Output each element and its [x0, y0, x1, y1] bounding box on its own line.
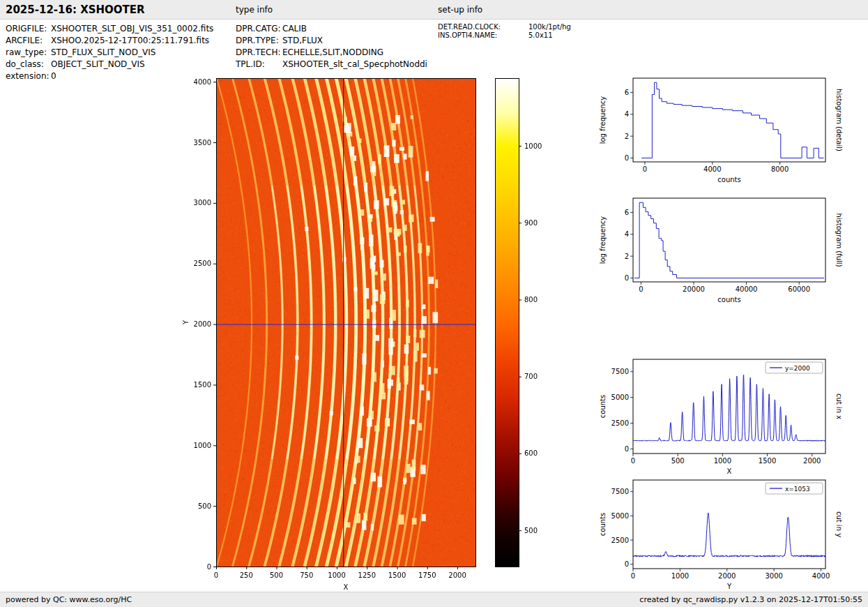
svg-text:5000: 5000 [611, 394, 629, 401]
meta-value: CALIB [282, 23, 307, 35]
cut-in-x-plot: 02500500075000500100015002000Xcountscut … [590, 351, 868, 488]
meta-row-dprcatg: DPR.CATG: CALIB [236, 23, 427, 35]
svg-text:2000: 2000 [718, 572, 736, 580]
legend-label: y=2000 [785, 365, 810, 372]
svg-text:0: 0 [625, 445, 629, 453]
svg-text:1000: 1000 [671, 572, 689, 580]
plot-side-label: cut in x [835, 394, 843, 419]
meta-row-rawtype: raw_type: STD_FLUX_SLIT_NOD_VIS [6, 47, 213, 59]
x-axis-label: counts [717, 176, 740, 183]
y-axis-label: log frequency [599, 216, 607, 264]
meta-value: STD,FLUX [282, 35, 323, 47]
svg-text:4: 4 [625, 230, 629, 238]
meta-row-dprtech: DPR.TECH: ECHELLE,SLIT,NODDING [236, 47, 427, 59]
svg-text:6: 6 [625, 209, 629, 216]
meta-label: INS.OPTI4.NAME: [438, 31, 528, 40]
plot-side-label: histogram (detail) [835, 89, 843, 151]
svg-text:20000: 20000 [683, 285, 705, 293]
type-info-block: DPR.CATG: CALIB DPR.TYPE: STD,FLUX DPR.T… [236, 23, 427, 70]
plot-side-label: histogram (full) [835, 213, 843, 267]
meta-row-origfile: ORIGFILE: XSHOOTER_SLT_OBJ_VIS_351_0002.… [6, 23, 213, 35]
svg-text:0: 0 [625, 154, 629, 162]
hist_full-svg: 02460200004000060000countslog frequencyh… [590, 190, 868, 314]
svg-text:5000: 5000 [611, 512, 629, 520]
svg-text:0: 0 [631, 572, 635, 580]
svg-text:2500: 2500 [611, 419, 629, 427]
footer-powered-by: powered by QC: www.eso.org/HC [6, 595, 132, 604]
meta-row-dprtype: DPR.TYPE: STD,FLUX [236, 35, 427, 47]
svg-text:0: 0 [625, 560, 629, 568]
qc-report-page: 2025-12-16: XSHOOTER type info set-up in… [0, 0, 868, 607]
svg-text:500: 500 [671, 457, 685, 465]
svg-text:1000: 1000 [714, 457, 731, 465]
y-axis-label: log frequency [599, 96, 607, 144]
meta-label: do_class: [6, 59, 51, 70]
type-info-heading: type info [236, 5, 273, 15]
svg-text:0: 0 [625, 274, 629, 282]
page-title: 2025-12-16: XSHOOTER [6, 3, 145, 16]
svg-text:1500: 1500 [759, 457, 776, 465]
svg-text:3000: 3000 [765, 572, 782, 580]
meta-label: ORIGFILE: [6, 23, 51, 35]
meta-label: DPR.TECH: [236, 47, 282, 59]
setup-info-heading: set-up info [438, 5, 482, 15]
meta-label: raw_type: [6, 47, 51, 59]
histogram-detail-plot: 0246040008000countslog frequencyhistogra… [590, 70, 868, 197]
meta-value: XSHOO.2025-12-17T00:25:11.791.fits [51, 35, 209, 47]
footer-created-by: created by qc_rawdisp.py v1.2.3 on 2025-… [639, 595, 862, 604]
meta-row-readclock: DET.READ.CLOCK: 100k/1pt/hg [438, 23, 571, 31]
x-axis-label: counts [717, 296, 740, 304]
svg-text:7500: 7500 [611, 368, 629, 375]
setup-info-block: DET.READ.CLOCK: 100k/1pt/hg INS.OPTI4.NA… [438, 23, 571, 40]
svg-text:0: 0 [631, 457, 635, 465]
svg-text:2: 2 [625, 133, 629, 140]
y-axis-label: counts [599, 513, 607, 536]
meta-value: 5.0x11 [528, 31, 553, 40]
header-bar: 2025-12-16: XSHOOTER type info set-up in… [0, 0, 868, 20]
cut_x-svg: 02500500075000500100015002000Xcountscut … [590, 351, 868, 485]
svg-text:7500: 7500 [611, 488, 629, 495]
meta-label: DPR.TYPE: [236, 35, 282, 47]
svg-text:4000: 4000 [812, 572, 830, 580]
svg-text:2: 2 [625, 253, 629, 260]
svg-text:0: 0 [643, 165, 647, 173]
cut_y-svg: 025005000750001000200030004000Ycountscut… [590, 472, 868, 601]
svg-text:60000: 60000 [788, 285, 810, 293]
meta-value: XSHOOTER_SLT_OBJ_VIS_351_0002.fits [51, 23, 213, 35]
hist_detail-svg: 0246040008000countslog frequencyhistogra… [590, 70, 868, 194]
svg-text:4000: 4000 [703, 165, 721, 173]
svg-text:2000: 2000 [803, 457, 821, 465]
svg-text:40000: 40000 [736, 285, 758, 293]
svg-text:4: 4 [625, 110, 629, 118]
svg-text:6: 6 [625, 89, 629, 96]
x-axis-label: Y [726, 583, 732, 590]
meta-row-arcfile: ARCFILE: XSHOO.2025-12-17T00:25:11.791.f… [6, 35, 213, 47]
meta-row-opti4: INS.OPTI4.NAME: 5.0x11 [438, 31, 571, 40]
svg-text:2500: 2500 [611, 537, 629, 544]
meta-value: STD_FLUX_SLIT_NOD_VIS [51, 47, 155, 59]
y-axis-label: counts [599, 395, 607, 418]
svg-text:8000: 8000 [771, 165, 789, 173]
meta-value: OBJECT_SLIT_NOD_VIS [51, 59, 145, 70]
raw-frame-image-plot [167, 67, 565, 597]
cut-in-y-plot: 025005000750001000200030004000Ycountscut… [590, 472, 868, 604]
meta-label: DET.READ.CLOCK: [438, 23, 528, 31]
meta-label: DPR.CATG: [236, 23, 282, 35]
plot-side-label: cut in y [835, 511, 843, 537]
histogram-full-plot: 02460200004000060000countslog frequencyh… [590, 190, 868, 317]
meta-label: extension: [6, 70, 51, 82]
footer-bar: powered by QC: www.eso.org/HC created by… [0, 592, 868, 607]
meta-value: 100k/1pt/hg [528, 23, 571, 31]
meta-value: 0 [51, 70, 56, 82]
svg-text:0: 0 [639, 285, 643, 293]
legend-label: x=1053 [785, 486, 810, 493]
meta-value: ECHELLE,SLIT,NODDING [282, 47, 383, 59]
meta-label: ARCFILE: [6, 35, 51, 47]
